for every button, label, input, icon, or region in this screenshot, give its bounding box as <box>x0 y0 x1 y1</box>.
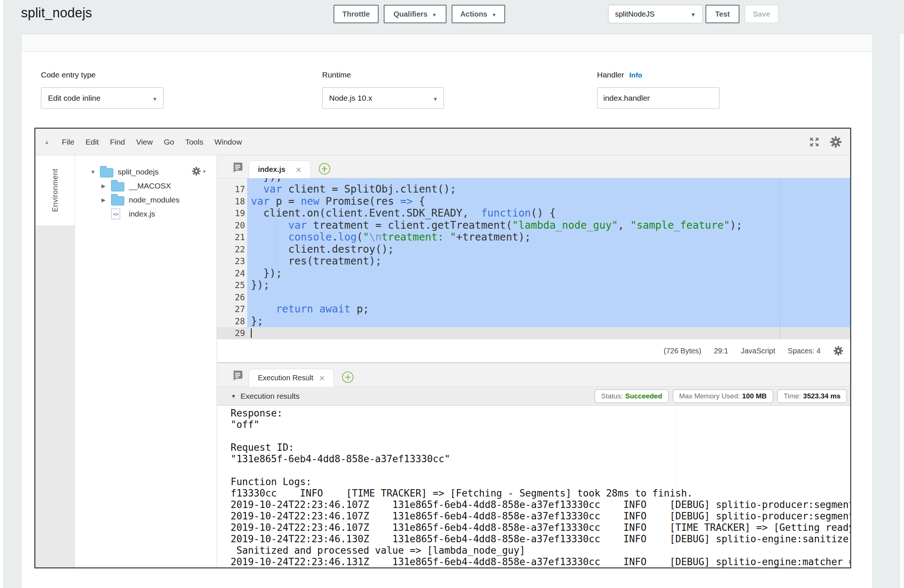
code-line: 24 }); <box>217 267 850 280</box>
menu-item-tools[interactable]: Tools <box>185 138 203 147</box>
code-line: 25}); <box>217 279 850 291</box>
status-item[interactable]: Spaces: 4 <box>788 347 820 355</box>
environment-tab-label: Environment <box>51 169 59 212</box>
caret-collapsed-icon[interactable]: ▶ <box>101 183 111 189</box>
tab-list-icon[interactable] <box>232 370 243 381</box>
tree-item-split-nodejs[interactable]: ▼split_nodejs▾ <box>75 165 217 179</box>
qualifiers-button[interactable]: Qualifiers <box>384 5 446 23</box>
caret-expanded-icon[interactable]: ▼ <box>90 169 100 175</box>
line-number: 23 <box>217 255 247 267</box>
actions-button[interactable]: Actions <box>452 5 505 23</box>
status-item[interactable]: JavaScript <box>741 347 775 355</box>
new-tab-plus-icon[interactable] <box>319 163 330 174</box>
info-link[interactable]: Info <box>108 34 122 35</box>
code-line: }); <box>217 178 850 183</box>
editor-statusbar: (726 Bytes)29:1JavaScriptSpaces: 4 <box>217 339 850 362</box>
environment-tab[interactable]: Environment <box>35 155 74 225</box>
tree-gear-icon[interactable] <box>191 166 201 176</box>
tree-item-label: index.js <box>129 210 155 218</box>
log-line: f13330cc INFO [TIME TRACKER] => [Fetchin… <box>231 488 850 499</box>
js-file-icon <box>111 209 120 220</box>
fullscreen-icon[interactable] <box>809 136 820 147</box>
menu-item-view[interactable]: View <box>136 138 153 147</box>
log-line: "off" <box>231 419 850 430</box>
file-tree: ▼split_nodejs▾▶__MACOSX▶node_modulesinde… <box>75 155 217 567</box>
log-line: Sanitized and processed value => [lambda… <box>231 545 850 556</box>
menu-item-file[interactable]: File <box>62 138 74 147</box>
page-scrollbar[interactable] <box>899 34 904 588</box>
code-line: 20 var treatment = client.getTreatment("… <box>217 220 850 232</box>
status-badge: Status:Succeeded <box>594 389 669 403</box>
section-heading-clipped: Function codeInfo <box>33 34 122 36</box>
menu-item-find[interactable]: Find <box>110 138 125 147</box>
status-item[interactable]: (726 Bytes) <box>664 347 701 355</box>
code-line: 29 <box>217 327 850 339</box>
cloud9-editor: ▲ FileEditFindViewGoToolsWindow Environm… <box>34 128 851 569</box>
line-number: 28 <box>217 315 247 327</box>
tab-execution-result[interactable]: Execution Result × <box>249 369 334 387</box>
chevron-down-icon <box>152 94 157 103</box>
line-number: 29 <box>217 327 247 339</box>
collapse-menu-icon[interactable]: ▲ <box>44 139 49 145</box>
save-button[interactable]: Save <box>744 5 779 23</box>
throttle-button[interactable]: Throttle <box>333 5 379 23</box>
test-event-select[interactable]: splitNodeJS <box>608 5 703 23</box>
code-line: 17 var client = SplitObj.client(); <box>217 183 850 196</box>
tree-item-label: node_modules <box>129 196 180 204</box>
tab-index-js[interactable]: index.js × <box>249 160 311 178</box>
chevron-down-icon <box>432 10 437 19</box>
collapse-results-icon[interactable]: ▼ <box>231 393 236 399</box>
handler-field[interactable] <box>597 87 719 109</box>
code-line: 19 client.on(client.Event.SDK_READY, fun… <box>217 207 850 220</box>
code-line: 18var p = new Promise(res => { <box>217 196 850 208</box>
tab-list-icon[interactable] <box>232 162 243 172</box>
editor-settings-gear-icon[interactable] <box>830 136 842 148</box>
log-line <box>231 430 850 442</box>
code-line: 21 console.log("\ntreatment: "+treatment… <box>217 231 850 243</box>
code-line: 26 <box>217 291 850 303</box>
menu-item-go[interactable]: Go <box>164 138 174 147</box>
code-entry-type-select[interactable]: Edit code inline <box>41 87 163 109</box>
status-item[interactable]: 29:1 <box>714 347 729 355</box>
window-left-strip <box>0 0 4 588</box>
folder-icon <box>111 196 124 205</box>
code-editor-area[interactable]: });17 var client = SplitObj.client();18v… <box>217 178 850 339</box>
code-entry-type-label: Code entry type <box>41 70 96 79</box>
tree-item-node-modules[interactable]: ▶node_modules <box>75 193 217 207</box>
runtime-select[interactable]: Node.js 10.x <box>322 87 444 109</box>
statusbar-gear-icon[interactable] <box>833 346 844 356</box>
folder-icon <box>100 168 113 177</box>
chevron-down-icon <box>492 10 497 19</box>
execution-results-header: ▼ Execution results Status:SucceededMax … <box>217 387 850 406</box>
close-icon[interactable]: × <box>296 165 301 174</box>
tree-item--macosx[interactable]: ▶__MACOSX <box>75 179 217 193</box>
test-button[interactable]: Test <box>705 5 740 23</box>
tree-settings-gear[interactable]: ▾ <box>191 166 205 176</box>
log-line: Function Logs: <box>231 476 850 488</box>
menu-item-edit[interactable]: Edit <box>85 138 99 147</box>
status-badge: Max Memory Used:100 MB <box>673 389 773 403</box>
page-title: split_nodejs <box>21 5 92 21</box>
handler-info-link[interactable]: Info <box>629 71 642 79</box>
line-number: 27 <box>217 303 247 315</box>
close-icon[interactable]: × <box>319 373 325 383</box>
line-number: 19 <box>217 207 247 220</box>
execution-results-output[interactable]: Response:"off" Request ID:"131e865f-6eb4… <box>217 406 850 567</box>
new-tab-plus-icon[interactable] <box>342 371 354 383</box>
chevron-down-icon <box>691 10 696 19</box>
log-line: "131e865f-6eb4-4dd8-858e-a37ef13330cc" <box>231 454 850 465</box>
menu-item-window[interactable]: Window <box>214 138 242 147</box>
log-line: Response: <box>231 408 850 419</box>
tree-item-index-js[interactable]: index.js <box>75 207 217 221</box>
editor-menubar: ▲ FileEditFindViewGoToolsWindow <box>35 129 850 155</box>
code-line: 22 client.destroy(); <box>217 243 850 256</box>
line-number: 20 <box>217 220 247 232</box>
line-number <box>217 178 247 183</box>
code-line: 27 return await p; <box>217 303 850 315</box>
code-line: 28}; <box>217 315 850 327</box>
caret-collapsed-icon[interactable]: ▶ <box>101 197 111 203</box>
code-tabbar: index.js × <box>217 155 850 178</box>
runtime-label: Runtime <box>322 70 351 79</box>
log-line: 2019-10-24T22:23:46.107Z 131e865f-6eb4-4… <box>231 511 850 522</box>
handler-label: HandlerInfo <box>597 70 642 79</box>
